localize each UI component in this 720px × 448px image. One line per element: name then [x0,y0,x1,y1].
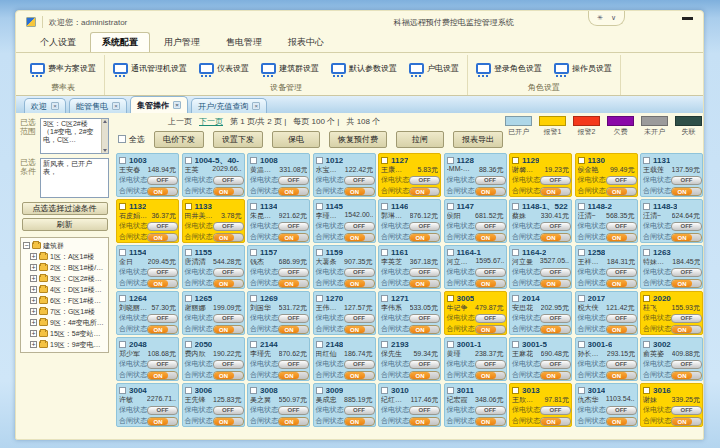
meter-card[interactable]: 1154金日209.45元保电状态OFF合闸状态ON [116,245,179,289]
switch-on-toggle[interactable]: ON [540,371,571,380]
protect-off-toggle[interactable]: OFF [606,406,637,415]
meter-card[interactable]: 1131王载莲137.59元保电状态OFF合闸状态ON [640,153,703,197]
protect-off-toggle[interactable]: OFF [278,176,309,185]
switch-on-toggle[interactable]: ON [213,417,244,426]
protect-off-toggle[interactable]: OFF [409,222,440,231]
protect-off-toggle[interactable]: OFF [540,406,571,415]
protect-off-toggle[interactable]: OFF [147,406,178,415]
refresh-button[interactable]: 刷新 [22,218,108,231]
card-checkbox[interactable] [447,341,454,348]
menu-tab-2[interactable]: 用户管理 [152,32,212,52]
protect-off-toggle[interactable]: OFF [147,222,178,231]
tree-item[interactable]: 3区：C区2#楼（1#变… [23,273,107,284]
card-checkbox[interactable] [447,387,454,394]
protect-off-toggle[interactable]: OFF [344,222,375,231]
protect-off-toggle[interactable]: OFF [213,176,244,185]
protect-off-toggle[interactable]: OFF [344,268,375,277]
doc-tab-3[interactable]: 开户/充值查询 [191,98,267,113]
close-icon[interactable] [173,101,181,109]
meter-card[interactable]: 3010纪红霞…117.46元保电状态OFF合闸状态ON [378,383,441,427]
doc-tab-0[interactable]: 欢迎 [24,98,66,113]
card-checkbox[interactable] [512,341,519,348]
switch-on-toggle[interactable]: ON [344,279,375,288]
card-checkbox[interactable] [250,203,257,210]
meter-card[interactable]: 1265谢丽娜199.09元保电状态OFF合闸状态ON [182,291,245,335]
meter-card[interactable]: 2148田红仙186.74元保电状态OFF合闸状态ON [313,337,376,381]
switch-on-toggle[interactable]: ON [344,187,375,196]
meter-card[interactable]: 2144李瑾先870.62元保电状态OFF合闸状态ON [247,337,310,381]
meter-card[interactable]: 1159大薯条907.35元保电状态OFF合闸状态ON [313,245,376,289]
switch-on-toggle[interactable]: ON [475,325,506,334]
card-checkbox[interactable] [119,341,126,348]
protect-off-toggle[interactable]: OFF [147,268,178,277]
meter-card[interactable]: 1157钱杰686.99元保电状态OFF合闸状态ON [247,245,310,289]
meter-card[interactable]: 1145李瑾先…1542.00..保电状态OFF合闸状态ON [313,199,376,243]
switch-on-toggle[interactable]: ON [147,417,178,426]
doc-tab-2[interactable]: 集管操作 [130,96,188,113]
switch-on-toggle[interactable]: ON [409,279,440,288]
expand-icon[interactable] [30,275,37,282]
meter-card[interactable]: 2048郑少军108.68元保电状态OFF合闸状态ON [116,337,179,381]
switch-on-toggle[interactable]: ON [671,279,702,288]
meter-card[interactable]: 3009吴成忠885.19元保电状态OFF合闸状态ON [313,383,376,427]
card-checkbox[interactable] [643,157,650,164]
switch-on-toggle[interactable]: ON [147,279,178,288]
meter-card[interactable]: 2020桂飞155.93元保电状态OFF合闸状态ON [640,291,703,335]
expand-icon[interactable] [30,319,37,326]
card-checkbox[interactable] [250,295,257,302]
tree-item[interactable]: 4区：D区1#楼（D区1… [23,284,107,295]
meter-card[interactable]: 1012水宝仔…122.42元保电状态OFF合闸状态ON [313,153,376,197]
switch-on-toggle[interactable]: ON [606,187,637,196]
meter-card[interactable]: 1147侯阳681.52元保电状态OFF合闸状态ON [444,199,507,243]
ribbon-button[interactable]: 默认参数设置 [329,62,399,75]
card-checkbox[interactable] [185,249,192,256]
meter-card[interactable]: 3016谢妹339.25元保电状态OFF合闸状态ON [640,383,703,427]
menu-tab-3[interactable]: 售电管理 [214,32,274,52]
card-checkbox[interactable] [250,249,257,256]
protect-off-toggle[interactable]: OFF [278,222,309,231]
protect-off-toggle[interactable]: OFF [475,406,506,415]
switch-on-toggle[interactable]: ON [278,279,309,288]
tree-item[interactable]: 2区：B区1#楼/B区1#… [23,262,107,273]
switch-on-toggle[interactable]: ON [213,325,244,334]
switch-on-toggle[interactable]: ON [344,233,375,242]
protect-off-toggle[interactable]: OFF [540,176,571,185]
action-button-5[interactable]: 报表导出 [453,131,503,148]
card-checkbox[interactable] [250,387,257,394]
protect-off-toggle[interactable]: OFF [606,222,637,231]
card-checkbox[interactable] [316,249,323,256]
card-checkbox[interactable] [512,295,519,302]
protect-off-toggle[interactable]: OFF [540,360,571,369]
meter-card[interactable]: 2014安思花202.95元保电状态OFF合闸状态ON [509,291,572,335]
protect-off-toggle[interactable]: OFF [475,268,506,277]
tree-item[interactable]: 7区：G区1#楼 [23,306,107,317]
protect-off-toggle[interactable]: OFF [213,360,244,369]
card-checkbox[interactable] [316,387,323,394]
meter-card[interactable]: 1164-2河立曼3527.05..保电状态OFF合闸状态ON [509,245,572,289]
switch-on-toggle[interactable]: ON [147,371,178,380]
card-checkbox[interactable] [119,203,126,210]
switch-on-toggle[interactable]: ON [213,371,244,380]
switch-on-toggle[interactable]: ON [606,325,637,334]
card-checkbox[interactable] [185,341,192,348]
switch-on-toggle[interactable]: ON [278,371,309,380]
ribbon-button[interactable]: 操作员设置 [552,62,614,75]
meter-card[interactable]: 1003王安春148.94元保电状态OFF合闸状态ON [116,153,179,197]
menu-tab-0[interactable]: 个人设置 [28,32,88,52]
expand-icon[interactable] [30,341,37,348]
meter-card[interactable]: 2017税大侠121.42元保电状态OFF合闸状态ON [575,291,638,335]
switch-on-toggle[interactable]: ON [606,233,637,242]
meter-card[interactable]: 3001-5王麻花690.48元保电状态OFF合闸状态ON [509,337,572,381]
meter-card[interactable]: 3013王欣…97.81元保电状态OFF合闸状态ON [509,383,572,427]
protect-off-toggle[interactable]: OFF [213,406,244,415]
expand-icon[interactable] [30,253,37,260]
protect-off-toggle[interactable]: OFF [278,314,309,323]
selected-condition-box[interactable]: 新风表，已开户表， [40,158,109,198]
switch-on-toggle[interactable]: ON [213,187,244,196]
card-checkbox[interactable] [578,341,585,348]
meter-card[interactable]: 1269刘国华531.72元保电状态OFF合闸状态ON [247,291,310,335]
switch-on-toggle[interactable]: ON [671,325,702,334]
card-checkbox[interactable] [512,157,519,164]
card-checkbox[interactable] [643,387,650,394]
card-checkbox[interactable] [643,341,650,348]
